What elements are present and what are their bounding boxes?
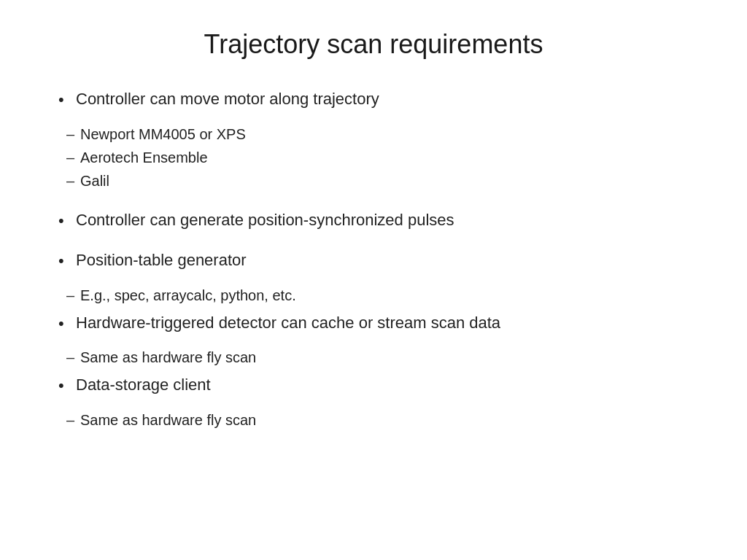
- bullet-item-2: • Controller can generate position-synch…: [58, 210, 703, 245]
- spacer-1: [58, 198, 703, 210]
- sub-dash-5-1: –: [58, 410, 80, 430]
- slide: Trajectory scan requirements • Controlle…: [0, 0, 747, 560]
- sub-list-5: – Same as hardware fly scan: [58, 410, 703, 432]
- bullet-text-3: Position-table generator: [76, 250, 703, 271]
- bullet-list: • Controller can move motor along trajec…: [58, 89, 703, 438]
- bullet-text-5: Data-storage client: [76, 375, 703, 396]
- bullet-item-5: • Data-storage client – Same as hardware…: [58, 375, 703, 432]
- sub-dash-1-2: –: [58, 147, 80, 168]
- sub-text-4-1: Same as hardware fly scan: [80, 347, 703, 368]
- sub-text-1-3: Galil: [80, 171, 703, 191]
- sub-dash-1-3: –: [58, 171, 80, 191]
- bullet-dot-3: •: [58, 251, 76, 272]
- sub-item-4-1: – Same as hardware fly scan: [58, 347, 703, 368]
- bullet-text-4: Hardware-triggered detector can cache or…: [76, 313, 703, 334]
- sub-list-1: – Newport MM4005 or XPS – Aerotech Ensem…: [58, 124, 703, 192]
- bullet-item-1: • Controller can move motor along trajec…: [58, 89, 703, 192]
- slide-content: • Controller can move motor along trajec…: [44, 89, 703, 531]
- bullet-dot-2: •: [58, 211, 76, 232]
- sub-item-5-1: – Same as hardware fly scan: [58, 410, 703, 430]
- bullet-text-2: Controller can generate position-synchro…: [76, 210, 703, 231]
- bullet-item-3: • Position-table generator – E.g., spec,…: [58, 250, 703, 307]
- bullet-text-1: Controller can move motor along trajecto…: [76, 89, 703, 110]
- sub-item-1-1: – Newport MM4005 or XPS: [58, 124, 703, 144]
- sub-list-3: – E.g., spec, arraycalc, python, etc.: [58, 285, 703, 307]
- bullet-dot-4: •: [58, 314, 76, 335]
- sub-item-1-2: – Aerotech Ensemble: [58, 147, 703, 168]
- bullet-dot-5: •: [58, 376, 76, 397]
- sub-text-5-1: Same as hardware fly scan: [80, 410, 703, 430]
- sub-dash-3-1: –: [58, 285, 80, 306]
- bullet-item-4: • Hardware-triggered detector can cache …: [58, 313, 703, 370]
- sub-text-1-2: Aerotech Ensemble: [80, 147, 703, 168]
- sub-dash-4-1: –: [58, 347, 80, 368]
- sub-dash-1-1: –: [58, 124, 80, 144]
- sub-list-4: – Same as hardware fly scan: [58, 347, 703, 369]
- sub-item-3-1: – E.g., spec, arraycalc, python, etc.: [58, 285, 703, 306]
- slide-title: Trajectory scan requirements: [44, 22, 703, 60]
- sub-text-3-1: E.g., spec, arraycalc, python, etc.: [80, 285, 703, 306]
- bullet-dot-1: •: [58, 90, 76, 111]
- sub-text-1-1: Newport MM4005 or XPS: [80, 124, 703, 144]
- sub-item-1-3: – Galil: [58, 171, 703, 191]
